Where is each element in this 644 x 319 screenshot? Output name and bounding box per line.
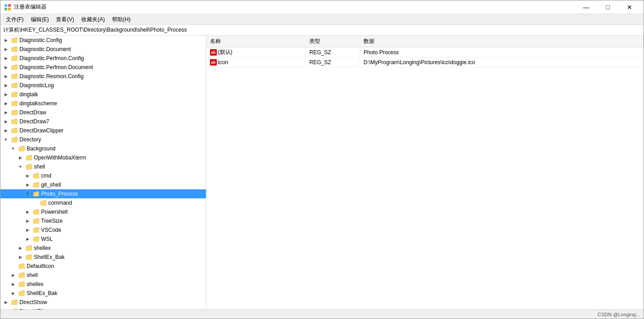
tree-item-diagnostic-config[interactable]: Diagnostic.Config	[0, 36, 206, 45]
tree-label-photo-process: Photo_Process	[41, 191, 78, 197]
expand-icon-shellex[interactable]	[17, 244, 24, 252]
tree-item-git-shell[interactable]: git_shell	[0, 180, 206, 189]
expand-icon-vscode[interactable]	[24, 226, 31, 234]
tree-label-powershell: Powershell	[41, 209, 68, 215]
expand-icon-directdrawclipper[interactable]	[2, 127, 9, 134]
tree-label-diagnostic-config: Diagnostic.Config	[19, 37, 62, 43]
title-bar-left: 注册表编辑器	[4, 3, 47, 11]
tree-label-command: command	[48, 200, 72, 206]
col-header-name[interactable]: 名称	[206, 36, 306, 47]
folder-icon-diagnostic-perfmon-config	[11, 55, 18, 62]
tree-item-directdraw[interactable]: DirectDraw	[0, 108, 206, 117]
tree-label-diagnostic-perfmon-config: Diagnostic.Perfmon.Config	[19, 55, 84, 61]
tree-item-wsl[interactable]: WSL	[0, 235, 206, 244]
main-content: Diagnostic.Config Diagnostic.Document Di…	[0, 36, 644, 310]
svg-rect-2	[5, 8, 7, 10]
tree-panel[interactable]: Diagnostic.Config Diagnostic.Document Di…	[0, 36, 206, 310]
expand-icon-shellex-bak2[interactable]	[9, 290, 17, 297]
expand-icon-diagnosticlog[interactable]	[2, 82, 9, 89]
folder-icon-shell	[25, 163, 33, 170]
menu-view[interactable]: 查看(V)	[52, 15, 78, 23]
tree-item-openwithmobaxterm[interactable]: OpenWithMobaXterm	[0, 153, 206, 162]
folder-icon-shellex-bak2	[18, 290, 25, 297]
tree-item-command[interactable]: command	[0, 198, 206, 207]
tree-item-shellex-bak2[interactable]: ShellEx_Bak	[0, 289, 206, 298]
tree-item-background[interactable]: Background	[0, 144, 206, 153]
tree-item-diagnostic-perfmon-document[interactable]: Diagnostic.Perfmon.Document	[0, 63, 206, 72]
tree-item-shell[interactable]: shell	[0, 162, 206, 171]
expand-icon-wsl[interactable]	[24, 235, 31, 243]
tree-item-shellex2[interactable]: shellex	[0, 280, 206, 289]
col-header-data[interactable]: 数据	[360, 36, 644, 47]
expand-icon-shell[interactable]	[17, 163, 24, 170]
expand-icon-photo-process[interactable]	[24, 190, 31, 197]
folder-icon-powershell	[33, 208, 40, 216]
tree-item-shellex-bak[interactable]: ShellEx_Bak	[0, 253, 206, 262]
menu-help[interactable]: 帮助(H)	[108, 15, 134, 23]
menu-file[interactable]: 文件(F)	[2, 15, 27, 23]
expand-icon-shell2[interactable]	[9, 272, 17, 279]
expand-icon-dingtalkscheme[interactable]	[2, 100, 9, 107]
expand-icon-directory[interactable]	[2, 136, 9, 143]
title-bar: 注册表编辑器 — □ ✕	[0, 0, 644, 14]
expand-icon-cmd[interactable]	[24, 172, 31, 179]
tree-item-shell2[interactable]: shell	[0, 271, 206, 280]
col-header-type[interactable]: 类型	[306, 36, 360, 47]
detail-row-1[interactable]: ab IconREG_SZD:\MyProgram\Longing\Pictur…	[206, 57, 644, 67]
expand-icon-diagnostic-perfmon-config[interactable]	[2, 55, 9, 62]
expand-icon-diagnostic-resmon-config[interactable]	[2, 73, 9, 80]
folder-icon-cmd	[33, 172, 40, 179]
tree-item-directshow[interactable]: DirectShow	[0, 298, 206, 307]
tree-item-powershell[interactable]: Powershell	[0, 207, 206, 216]
tree-item-directdraw7[interactable]: DirectDraw7	[0, 117, 206, 126]
tree-item-photo-process[interactable]: Photo_Process	[0, 189, 206, 198]
maximize-button[interactable]: □	[597, 2, 618, 12]
tree-item-directyfile[interactable]: DirectYFile	[0, 307, 206, 310]
tree-item-diagnostic-perfmon-config[interactable]: Diagnostic.Perfmon.Config	[0, 54, 206, 63]
folder-icon-directdrawclipper	[11, 127, 18, 134]
close-button[interactable]: ✕	[619, 2, 640, 12]
tree-item-directdrawclipper[interactable]: DirectDrawClipper	[0, 126, 206, 135]
tree-item-diagnostic-document[interactable]: Diagnostic.Document	[0, 45, 206, 54]
folder-icon-dingtalkscheme	[11, 100, 18, 107]
expand-icon-diagnostic-perfmon-document[interactable]	[2, 64, 9, 71]
folder-icon-background	[18, 145, 25, 152]
tree-item-shellex[interactable]: shellex	[0, 244, 206, 253]
menu-edit[interactable]: 编辑(E)	[27, 15, 52, 23]
expand-icon-directshow[interactable]	[2, 299, 9, 306]
expand-icon-treesize[interactable]	[24, 217, 31, 225]
expand-icon-shellex-bak[interactable]	[17, 253, 24, 261]
expand-icon-diagnostic-document[interactable]	[2, 46, 9, 53]
expand-icon-powershell[interactable]	[24, 208, 31, 216]
folder-icon-diagnostic-resmon-config	[11, 73, 18, 80]
tree-label-background: Background	[27, 145, 56, 152]
detail-header: 名称 类型 数据	[206, 36, 644, 47]
expand-icon-openwithmobaxterm[interactable]	[17, 154, 24, 161]
tree-item-defaulticon[interactable]: DefaultIcon	[0, 262, 206, 271]
tree-item-treesize[interactable]: TreeSize	[0, 216, 206, 225]
tree-label-directdraw7: DirectDraw7	[19, 118, 49, 125]
menu-favorites[interactable]: 收藏夹(A)	[78, 15, 108, 23]
regedit-icon	[4, 4, 11, 11]
expand-icon-shellex2[interactable]	[9, 281, 17, 288]
tree-item-diagnosticlog[interactable]: DiagnosticLog	[0, 81, 206, 90]
tree-item-directory[interactable]: Directory	[0, 135, 206, 144]
folder-icon-treesize	[33, 217, 40, 225]
expand-icon-dingtalk[interactable]	[2, 91, 9, 98]
minimize-button[interactable]: —	[576, 2, 597, 12]
expand-icon-background[interactable]	[9, 145, 17, 152]
tree-item-vscode[interactable]: VSCode	[0, 225, 206, 235]
tree-item-dingtalkscheme[interactable]: dingtalkscheme	[0, 99, 206, 108]
tree-label-git-shell: git_shell	[41, 182, 61, 188]
regedit-window: 注册表编辑器 — □ ✕ 文件(F) 编辑(E) 查看(V) 收藏夹(A) 帮助…	[0, 0, 644, 319]
expand-icon-directdraw7[interactable]	[2, 118, 9, 125]
tree-item-dingtalk[interactable]: dingtalk	[0, 90, 206, 99]
expand-icon-directdraw[interactable]	[2, 109, 9, 116]
detail-row-0[interactable]: ab (默认)REG_SZPhoto Process	[206, 47, 644, 57]
expand-icon-directyfile[interactable]	[2, 308, 9, 310]
tree-item-cmd[interactable]: cmd	[0, 171, 206, 180]
tree-item-diagnostic-resmon-config[interactable]: Diagnostic.Resmon.Config	[0, 72, 206, 81]
folder-icon-directyfile	[11, 308, 18, 310]
expand-icon-diagnostic-config[interactable]	[2, 37, 9, 44]
expand-icon-git-shell[interactable]	[24, 181, 31, 188]
